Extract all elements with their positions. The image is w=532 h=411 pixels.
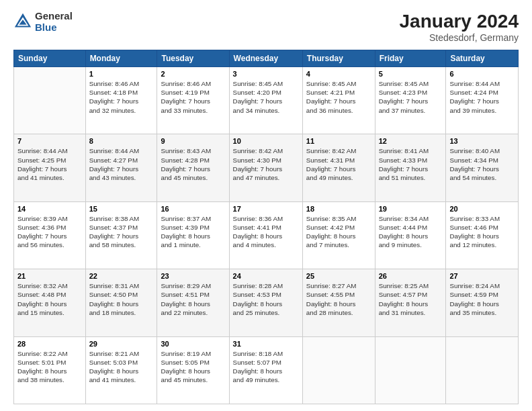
table-row: 24Sunrise: 8:28 AMSunset: 4:53 PMDayligh… <box>229 269 302 336</box>
table-row: 10Sunrise: 8:42 AMSunset: 4:30 PMDayligh… <box>229 134 302 201</box>
day-info: Sunrise: 8:42 AMSunset: 4:31 PMDaylight:… <box>306 146 371 182</box>
day-number: 22 <box>89 272 154 280</box>
table-row: 13Sunrise: 8:40 AMSunset: 4:34 PMDayligh… <box>446 134 519 201</box>
day-number: 12 <box>379 137 443 145</box>
table-row: 11Sunrise: 8:42 AMSunset: 4:31 PMDayligh… <box>302 134 375 201</box>
table-row <box>14 67 86 134</box>
table-row: 28Sunrise: 8:22 AMSunset: 5:01 PMDayligh… <box>14 336 86 404</box>
day-number: 8 <box>89 137 154 145</box>
subtitle: Stedesdorf, Germany <box>400 32 519 43</box>
table-row: 12Sunrise: 8:41 AMSunset: 4:33 PMDayligh… <box>375 134 446 201</box>
table-row: 23Sunrise: 8:29 AMSunset: 4:51 PMDayligh… <box>157 269 229 336</box>
day-info: Sunrise: 8:41 AMSunset: 4:33 PMDaylight:… <box>379 146 443 182</box>
calendar-week-row: 1Sunrise: 8:46 AMSunset: 4:18 PMDaylight… <box>14 67 519 134</box>
title-block: January 2024 Stedesdorf, Germany <box>400 11 519 43</box>
day-number: 25 <box>306 272 371 280</box>
logo: General Blue <box>13 11 73 33</box>
day-info: Sunrise: 8:32 AMSunset: 4:48 PMDaylight:… <box>17 281 82 317</box>
table-row <box>302 336 375 404</box>
table-row: 30Sunrise: 8:19 AMSunset: 5:05 PMDayligh… <box>157 336 229 404</box>
table-row: 2Sunrise: 8:46 AMSunset: 4:19 PMDaylight… <box>157 67 229 134</box>
day-number: 4 <box>306 70 371 78</box>
table-row: 18Sunrise: 8:35 AMSunset: 4:42 PMDayligh… <box>302 201 375 269</box>
table-row: 8Sunrise: 8:44 AMSunset: 4:27 PMDaylight… <box>85 134 157 201</box>
day-number: 20 <box>449 205 515 213</box>
day-info: Sunrise: 8:43 AMSunset: 4:28 PMDaylight:… <box>161 146 225 182</box>
day-info: Sunrise: 8:18 AMSunset: 5:07 PMDaylight:… <box>233 349 299 385</box>
col-tuesday: Tuesday <box>157 50 229 67</box>
table-row: 14Sunrise: 8:39 AMSunset: 4:36 PMDayligh… <box>14 201 86 269</box>
day-number: 1 <box>89 70 154 78</box>
logo-blue-text: Blue <box>35 22 73 34</box>
col-saturday: Saturday <box>446 50 519 67</box>
day-info: Sunrise: 8:44 AMSunset: 4:27 PMDaylight:… <box>89 146 154 182</box>
table-row <box>375 336 446 404</box>
day-number: 15 <box>89 205 154 213</box>
table-row: 19Sunrise: 8:34 AMSunset: 4:44 PMDayligh… <box>375 201 446 269</box>
table-row: 4Sunrise: 8:45 AMSunset: 4:21 PMDaylight… <box>302 67 375 134</box>
day-number: 26 <box>379 272 443 280</box>
day-number: 27 <box>449 272 515 280</box>
col-monday: Monday <box>85 50 157 67</box>
day-info: Sunrise: 8:24 AMSunset: 4:59 PMDaylight:… <box>449 281 515 317</box>
day-number: 10 <box>233 137 299 145</box>
day-info: Sunrise: 8:34 AMSunset: 4:44 PMDaylight:… <box>379 214 443 250</box>
table-row: 15Sunrise: 8:38 AMSunset: 4:37 PMDayligh… <box>85 201 157 269</box>
table-row: 22Sunrise: 8:31 AMSunset: 4:50 PMDayligh… <box>85 269 157 336</box>
day-info: Sunrise: 8:19 AMSunset: 5:05 PMDaylight:… <box>161 349 225 385</box>
day-info: Sunrise: 8:35 AMSunset: 4:42 PMDaylight:… <box>306 214 371 250</box>
col-wednesday: Wednesday <box>229 50 302 67</box>
day-info: Sunrise: 8:39 AMSunset: 4:36 PMDaylight:… <box>17 214 82 250</box>
day-number: 5 <box>379 70 443 78</box>
table-row: 29Sunrise: 8:21 AMSunset: 5:03 PMDayligh… <box>85 336 157 404</box>
day-number: 9 <box>161 137 225 145</box>
day-number: 24 <box>233 272 299 280</box>
day-number: 6 <box>449 70 515 78</box>
day-info: Sunrise: 8:44 AMSunset: 4:25 PMDaylight:… <box>17 146 82 182</box>
day-number: 11 <box>306 137 371 145</box>
logo-icon <box>13 12 32 31</box>
day-info: Sunrise: 8:44 AMSunset: 4:24 PMDaylight:… <box>449 79 515 115</box>
day-number: 29 <box>89 340 154 348</box>
table-row: 20Sunrise: 8:33 AMSunset: 4:46 PMDayligh… <box>446 201 519 269</box>
table-row: 17Sunrise: 8:36 AMSunset: 4:41 PMDayligh… <box>229 201 302 269</box>
col-thursday: Thursday <box>302 50 375 67</box>
table-row <box>446 336 519 404</box>
day-number: 28 <box>17 340 82 348</box>
day-info: Sunrise: 8:31 AMSunset: 4:50 PMDaylight:… <box>89 281 154 317</box>
table-row: 21Sunrise: 8:32 AMSunset: 4:48 PMDayligh… <box>14 269 86 336</box>
table-row: 31Sunrise: 8:18 AMSunset: 5:07 PMDayligh… <box>229 336 302 404</box>
day-number: 2 <box>161 70 225 78</box>
day-number: 13 <box>449 137 515 145</box>
day-info: Sunrise: 8:38 AMSunset: 4:37 PMDaylight:… <box>89 214 154 250</box>
table-row: 6Sunrise: 8:44 AMSunset: 4:24 PMDaylight… <box>446 67 519 134</box>
table-row: 26Sunrise: 8:25 AMSunset: 4:57 PMDayligh… <box>375 269 446 336</box>
day-info: Sunrise: 8:28 AMSunset: 4:53 PMDaylight:… <box>233 281 299 317</box>
day-info: Sunrise: 8:46 AMSunset: 4:19 PMDaylight:… <box>161 79 225 115</box>
calendar-table: Sunday Monday Tuesday Wednesday Thursday… <box>13 50 519 404</box>
col-friday: Friday <box>375 50 446 67</box>
table-row: 7Sunrise: 8:44 AMSunset: 4:25 PMDaylight… <box>14 134 86 201</box>
calendar-week-row: 21Sunrise: 8:32 AMSunset: 4:48 PMDayligh… <box>14 269 519 336</box>
day-number: 21 <box>17 272 82 280</box>
day-info: Sunrise: 8:37 AMSunset: 4:39 PMDaylight:… <box>161 214 225 250</box>
table-row: 3Sunrise: 8:45 AMSunset: 4:20 PMDaylight… <box>229 67 302 134</box>
day-info: Sunrise: 8:45 AMSunset: 4:23 PMDaylight:… <box>379 79 443 115</box>
day-info: Sunrise: 8:46 AMSunset: 4:18 PMDaylight:… <box>89 79 154 115</box>
day-info: Sunrise: 8:33 AMSunset: 4:46 PMDaylight:… <box>449 214 515 250</box>
day-number: 7 <box>17 137 82 145</box>
day-info: Sunrise: 8:42 AMSunset: 4:30 PMDaylight:… <box>233 146 299 182</box>
calendar-week-row: 7Sunrise: 8:44 AMSunset: 4:25 PMDaylight… <box>14 134 519 201</box>
day-number: 18 <box>306 205 371 213</box>
day-info: Sunrise: 8:36 AMSunset: 4:41 PMDaylight:… <box>233 214 299 250</box>
day-number: 19 <box>379 205 443 213</box>
day-number: 16 <box>161 205 225 213</box>
day-info: Sunrise: 8:22 AMSunset: 5:01 PMDaylight:… <box>17 349 82 385</box>
logo-general-text: General <box>35 11 73 22</box>
table-row: 5Sunrise: 8:45 AMSunset: 4:23 PMDaylight… <box>375 67 446 134</box>
day-number: 31 <box>233 340 299 348</box>
day-info: Sunrise: 8:45 AMSunset: 4:20 PMDaylight:… <box>233 79 299 115</box>
table-row: 16Sunrise: 8:37 AMSunset: 4:39 PMDayligh… <box>157 201 229 269</box>
day-info: Sunrise: 8:45 AMSunset: 4:21 PMDaylight:… <box>306 79 371 115</box>
day-number: 14 <box>17 205 82 213</box>
